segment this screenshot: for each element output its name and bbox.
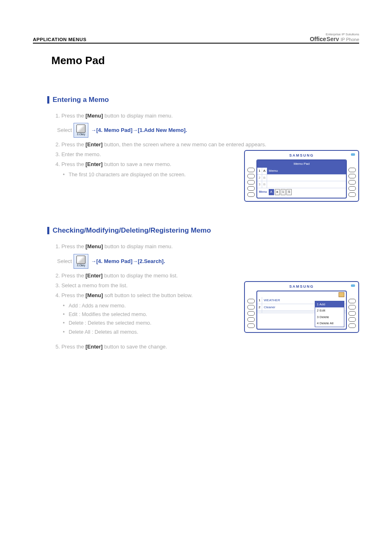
section-manage-memo: Checking/Modifying/Deleting/Registering … — [47, 226, 359, 235]
softkey[interactable] — [247, 311, 255, 316]
softkey[interactable] — [247, 299, 255, 303]
row-body — [267, 175, 346, 181]
row-number — [257, 311, 262, 312]
softkey[interactable] — [348, 299, 356, 303]
row-letter: A — [262, 168, 267, 174]
softkey[interactable] — [348, 186, 356, 191]
step-text: button to save the change. — [103, 344, 167, 350]
menu-key-label: [Menu] — [85, 113, 103, 119]
step-text: 2. Press the — [55, 141, 85, 148]
section-entering-memo: Entering a Memo — [47, 96, 359, 104]
section-heading: Entering a Memo — [53, 96, 109, 104]
softkey[interactable] — [348, 317, 356, 322]
row-number: 1 — [257, 297, 262, 304]
softkey[interactable] — [247, 317, 255, 322]
step-text: 4. Press the — [55, 292, 85, 298]
softkey[interactable] — [247, 323, 255, 328]
row-number — [257, 312, 262, 313]
step-text: button, then the screen where a new memo… — [103, 141, 266, 148]
row-number: 3 — [257, 181, 262, 188]
enter-key-label: [Enter] — [85, 344, 103, 350]
nav-select: Select — [57, 257, 72, 266]
nav-select: Select — [57, 126, 72, 135]
footer-menu-label: Menu — [259, 189, 267, 195]
input-mode-box: S — [286, 189, 292, 195]
device-brand: SAMSUNG — [247, 284, 356, 290]
softkey-column-left — [247, 291, 255, 330]
section-marker-icon — [47, 227, 49, 234]
arrow-icon: → — [132, 126, 138, 135]
brand-office: Office — [310, 36, 326, 42]
device-led-icon — [351, 153, 355, 156]
bullet-item: Delete All : Deletes all memos. — [63, 328, 230, 337]
step-text: button to display main menu. — [103, 113, 173, 119]
device-led-icon — [351, 284, 355, 287]
enter-key-label: [Enter] — [85, 272, 103, 279]
softkey[interactable] — [348, 180, 356, 185]
ediary-icon: E-Diary — [74, 254, 88, 269]
device-brand: SAMSUNG — [247, 152, 356, 159]
page-header: APPLICATION MENUS Enterprise IP Solution… — [33, 33, 359, 44]
bullet-item: Delete : Deletes the selected memo. — [63, 319, 230, 328]
step-text: 2. Press the — [55, 272, 85, 279]
page-title: Memo Pad — [51, 54, 359, 67]
softkey[interactable] — [247, 174, 255, 178]
enter-key-label: [Enter] — [85, 141, 103, 148]
softkey[interactable] — [348, 305, 356, 309]
softkey[interactable] — [247, 180, 255, 185]
row-letter: B — [262, 175, 267, 181]
screen-footer: Menu A a 1 S — [257, 188, 346, 196]
nav-path: Select E-Diary → [4. Memo Pad] → [1.Add … — [57, 123, 359, 138]
step-text: button to display main menu. — [103, 243, 173, 249]
popup-item-delete-all[interactable]: 4 Delete All — [315, 320, 344, 327]
device-mockup-memo-list: SAMSUNG — [244, 281, 359, 333]
ediary-icon: E-Diary — [74, 123, 88, 138]
brand-ip: IP Phone — [341, 37, 359, 42]
arrow-icon: → — [132, 257, 138, 266]
input-mode-box: A — [269, 189, 274, 195]
softkey[interactable] — [348, 168, 356, 172]
arrow-icon: → — [91, 257, 96, 266]
softkey[interactable] — [247, 186, 255, 191]
menu-key-label: [Menu] — [85, 292, 103, 298]
header-brand: Enterprise IP Solutions OfficeServ IP Ph… — [310, 33, 359, 42]
row-body — [267, 181, 346, 188]
row-number: 2 — [257, 304, 262, 311]
input-mode-box: a — [275, 189, 280, 195]
menu-key-label: [Menu] — [85, 243, 103, 249]
step-text: 4. Press the — [55, 161, 85, 167]
input-mode-box: 1 — [281, 189, 286, 195]
nav-step: [4. Memo Pad] — [96, 257, 132, 266]
header-section-label: APPLICATION MENUS — [33, 37, 86, 42]
softkey-column-left — [247, 159, 255, 199]
step-text: button to save a new memo. — [103, 161, 171, 167]
popup-item-delete[interactable]: 3 Delete — [315, 314, 344, 321]
row-letter: B — [262, 181, 267, 188]
bullet-item: Add : Adds a new memo. — [63, 302, 230, 310]
bullet-item: Edit : Modifies the selected memo. — [63, 310, 230, 319]
row-body: Memo — [267, 168, 346, 174]
softkey[interactable] — [247, 192, 255, 197]
nav-path: Select E-Diary → [4. Memo Pad] → [2.Sear… — [57, 254, 359, 269]
step-text: 1. Press the — [55, 243, 85, 249]
step-text: soft button to select the button below. — [103, 292, 193, 298]
softkey[interactable] — [247, 305, 255, 309]
step-text: 3. Enter the memo. — [55, 150, 230, 159]
context-popup: 1 Add 2 Edit 3 Delete 4 Delete All — [315, 301, 344, 327]
screen-calendar-icon — [339, 292, 344, 297]
popup-item-add[interactable]: 1 Add — [315, 301, 344, 308]
softkey[interactable] — [348, 323, 356, 328]
arrow-icon: → — [91, 126, 96, 135]
brand-serv: Serv — [327, 36, 339, 42]
softkey[interactable] — [247, 168, 255, 172]
bullet-item: The first 10 characters are displayed on… — [63, 171, 230, 179]
popup-item-edit[interactable]: 2 Edit — [315, 307, 344, 314]
softkey[interactable] — [348, 174, 356, 178]
row-number: 2 — [257, 175, 262, 181]
softkey[interactable] — [348, 311, 356, 316]
softkey[interactable] — [348, 192, 356, 197]
section-marker-icon — [47, 96, 49, 104]
step-text: 3. Select a memo from the list. — [55, 281, 230, 290]
step-text: 5. Press the — [55, 344, 85, 350]
device-screen: 1 WEATHER 2 Cleaner — [256, 291, 347, 330]
